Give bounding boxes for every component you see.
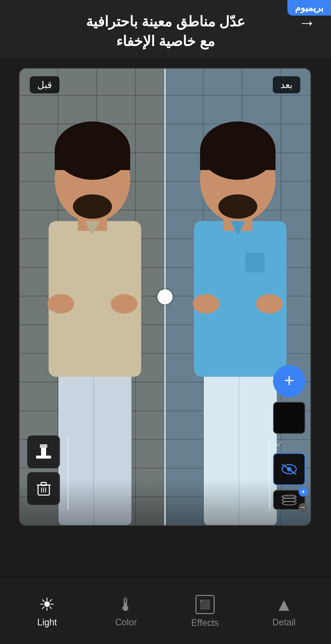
layers-icon <box>281 494 297 506</box>
svg-point-19 <box>200 121 276 180</box>
light-label: Light <box>37 617 57 628</box>
eye-crossed-icon <box>280 462 298 476</box>
svg-rect-23 <box>245 253 264 272</box>
title-line2: مع خاصية الإخفاء <box>116 31 215 51</box>
layer-thumbnail-btn[interactable] <box>273 402 305 434</box>
corner-indicator: ↙ <box>273 438 305 449</box>
visibility-btn[interactable] <box>273 453 305 485</box>
detail-icon: ▲ <box>275 595 293 614</box>
svg-rect-20 <box>200 150 276 170</box>
split-handle[interactable] <box>157 289 173 304</box>
scene: قبل بعد <box>20 69 310 525</box>
color-icon: 🌡 <box>117 595 135 614</box>
right-tools: + ↙ <box>273 365 305 510</box>
label-before: قبل <box>30 76 59 93</box>
toolbar-item-detail[interactable]: ▲ Detail <box>261 595 307 628</box>
effects-icon: ⬛ <box>195 595 215 614</box>
svg-point-25 <box>193 294 219 313</box>
layer-thumbnail-dark <box>274 403 305 433</box>
bottom-toolbar: ☀ Light 🌡 Color ⬛ Effects ▲ Detail <box>0 579 331 644</box>
svg-point-5 <box>55 121 130 180</box>
trash-icon <box>36 480 52 497</box>
svg-rect-29 <box>40 444 47 448</box>
photo-frame: قبل بعد <box>19 68 311 526</box>
brush-icon <box>35 443 52 461</box>
layers-plus-badge: + <box>299 487 308 497</box>
detail-label: Detail <box>272 617 295 628</box>
svg-point-7 <box>73 194 112 219</box>
mask-line-right <box>269 437 270 510</box>
mask-tool-btn[interactable] <box>27 435 60 468</box>
effects-label: Effects <box>191 618 219 628</box>
left-tools <box>27 435 60 505</box>
toolbar-item-color[interactable]: 🌡 Color <box>103 595 149 628</box>
label-after: بعد <box>273 76 300 93</box>
next-button[interactable]: → <box>298 13 316 33</box>
color-label: Color <box>115 617 137 628</box>
plus-icon: + <box>284 372 294 389</box>
toolbar-item-effects[interactable]: ⬛ Effects <box>182 595 228 628</box>
corner-arrow-icon: ↙ <box>276 438 283 449</box>
title-line1: عدّل مناطق معينة باحترافية <box>86 12 245 31</box>
light-icon: ☀ <box>39 595 55 614</box>
svg-point-41 <box>282 495 296 499</box>
main-editing-area: قبل بعد <box>0 58 331 574</box>
svg-point-12 <box>47 294 74 313</box>
mask-line-left <box>68 437 69 510</box>
header-area: بريميوم → عدّل مناطق معينة باحترافية مع … <box>0 0 331 58</box>
svg-point-13 <box>111 294 137 313</box>
layers-minus-btn[interactable]: + − <box>273 490 305 510</box>
delete-tool-btn[interactable] <box>27 472 60 505</box>
svg-rect-6 <box>55 150 130 170</box>
add-layer-btn[interactable]: + <box>273 365 305 397</box>
svg-point-26 <box>256 294 283 313</box>
svg-point-21 <box>218 194 257 219</box>
layers-minus-badge: − <box>299 503 308 512</box>
toolbar-item-light[interactable]: ☀ Light <box>24 595 70 628</box>
svg-rect-32 <box>41 482 46 486</box>
